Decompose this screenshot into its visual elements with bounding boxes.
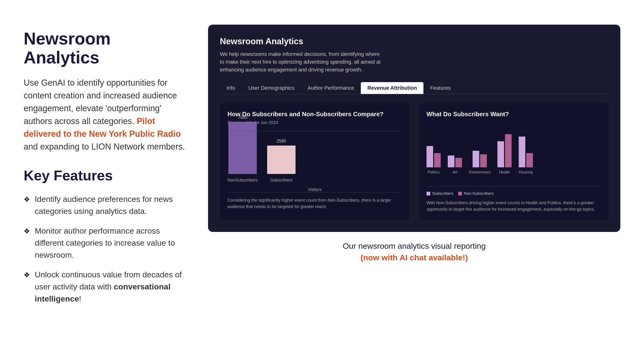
dashboard-subtitle: We help newsrooms make informed decision… bbox=[220, 50, 385, 74]
grouped-bar-art: Art bbox=[448, 155, 462, 174]
charts-row: How Do Subscribers and Non-Subscribers C… bbox=[220, 103, 608, 220]
bar-value-nonsubscribers: 7580 bbox=[238, 115, 247, 120]
bar-art-sub bbox=[448, 155, 454, 167]
grouped-bar-housing: Housing bbox=[519, 137, 533, 174]
legend-row: Subscribers Non-Subscribers bbox=[426, 191, 601, 196]
legend-nonsubscribers: Non-Subscribers bbox=[458, 191, 494, 196]
main-title: Newsroom Analytics bbox=[24, 29, 189, 67]
features-list: ❖ Identify audience preferences for news… bbox=[24, 193, 189, 305]
bar-group-subscribers: 2580 Subscribers bbox=[267, 139, 296, 183]
key-features-title: Key Features bbox=[24, 167, 189, 184]
tabs-row: Info User Demographics Author Performanc… bbox=[220, 82, 608, 94]
tab-author-performance[interactable]: Author Performance bbox=[301, 82, 361, 94]
bar-label-subscribers: Subscribers bbox=[270, 178, 293, 183]
bar-label-nonsubscribers: NonSubscribers bbox=[228, 178, 258, 183]
bullet-1: ❖ bbox=[24, 194, 30, 205]
tab-revenue-attribution[interactable]: Revenue Attribution bbox=[361, 82, 424, 94]
grouped-bar-politics: Politics bbox=[426, 146, 441, 174]
dashboard-container: Newsroom Analytics We help newsrooms mak… bbox=[208, 25, 620, 232]
tab-user-demographics[interactable]: User Demographics bbox=[242, 82, 301, 94]
caption-main: Our newsroom analytics visual reporting bbox=[208, 241, 620, 251]
legend-label-nonsubscribers: Non-Subscribers bbox=[464, 191, 494, 196]
feature-text-3: Unlock continuous value from decades of … bbox=[35, 269, 189, 305]
bar-health-sub bbox=[498, 141, 504, 167]
bar-housing-sub bbox=[519, 137, 525, 167]
legend-subscribers: Subscribers bbox=[426, 191, 454, 196]
caption-area: Our newsroom analytics visual reporting … bbox=[208, 241, 620, 262]
right-panel: Newsroom Analytics We help newsrooms mak… bbox=[208, 25, 620, 262]
bar-health-nonsub bbox=[505, 134, 512, 167]
feature-item-3: ❖ Unlock continuous value from decades o… bbox=[24, 269, 189, 305]
feature-text-1: Identify audience preferences for news c… bbox=[35, 193, 189, 217]
bullet-3: ❖ bbox=[24, 269, 30, 280]
label-art: Art bbox=[452, 170, 457, 174]
bar-group-nonsubscribers: 7580 NonSubscribers bbox=[228, 115, 258, 183]
tab-features[interactable]: Features bbox=[424, 82, 457, 94]
bar-subscribers bbox=[267, 146, 296, 174]
tab-info[interactable]: Info bbox=[220, 82, 242, 94]
bar-housing-nonsub bbox=[526, 153, 533, 167]
chart-card-right: What Do Subscribers Want? Politics bbox=[419, 103, 608, 220]
label-politics: Politics bbox=[428, 170, 440, 174]
dashboard-title: Newsroom Analytics bbox=[220, 37, 608, 46]
bar-nonsubscribers bbox=[228, 122, 257, 174]
bullet-2: ❖ bbox=[24, 226, 30, 236]
bar-politics-sub bbox=[426, 146, 433, 167]
bar-art-nonsub bbox=[455, 158, 462, 167]
bar-env-sub bbox=[472, 151, 479, 167]
feature-item-2: ❖ Monitor author performance across diff… bbox=[24, 225, 189, 261]
description-part2: and expanding to LION Network members. bbox=[24, 142, 185, 151]
feature-text-2: Monitor author performance across differ… bbox=[35, 225, 189, 261]
bar-env-nonsub bbox=[480, 154, 487, 167]
grouped-bar-chart: Politics Art bbox=[426, 125, 601, 186]
x-axis-label: Visitors bbox=[308, 187, 322, 192]
chart-right-note: With Non-Subscribers driving higher even… bbox=[426, 200, 601, 212]
page-layout: Newsroom Analytics Use GenAI to identify… bbox=[24, 25, 620, 312]
bar-chart-left: 7580 NonSubscribers 2580 Subscribers Vis… bbox=[228, 131, 402, 192]
caption-highlight: (now with AI chat available!) bbox=[208, 253, 620, 262]
grouped-bar-environment: Environment bbox=[469, 151, 490, 174]
description: Use GenAI to identify opportunities for … bbox=[24, 77, 189, 153]
chart-right-title: What Do Subscribers Want? bbox=[426, 110, 601, 118]
bar-politics-nonsub bbox=[434, 153, 441, 167]
label-housing: Housing bbox=[519, 170, 533, 174]
legend-label-subscribers: Subscribers bbox=[432, 191, 454, 196]
legend-dot-subscribers bbox=[426, 192, 430, 195]
feature-text-3-after: ! bbox=[79, 294, 81, 303]
label-health: Health bbox=[499, 170, 510, 174]
legend-dot-nonsubscribers bbox=[458, 192, 462, 195]
bar-value-subscribers: 2580 bbox=[276, 139, 286, 144]
grouped-bar-health: Health bbox=[498, 134, 512, 174]
chart-card-left: How Do Subscribers and Non-Subscribers C… bbox=[220, 103, 410, 220]
label-environment: Environment bbox=[469, 170, 490, 174]
chart-left-note: Considering the significantly higher eve… bbox=[228, 197, 402, 210]
feature-item-1: ❖ Identify audience preferences for news… bbox=[24, 193, 189, 217]
left-panel: Newsroom Analytics Use GenAI to identify… bbox=[24, 25, 189, 312]
